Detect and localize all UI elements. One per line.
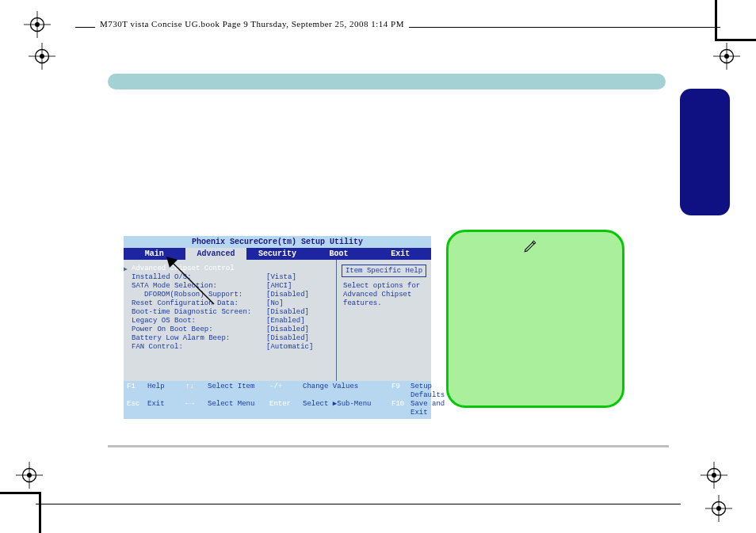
pencil-icon bbox=[523, 239, 537, 253]
bios-tab-advanced[interactable]: Advanced bbox=[185, 248, 247, 260]
submenu-triangle-icon: ▶ bbox=[124, 265, 128, 272]
bios-row-value[interactable]: [No] bbox=[266, 299, 328, 308]
legend-text: Exit bbox=[147, 400, 185, 417]
bios-tab-security[interactable]: Security bbox=[246, 248, 308, 260]
legend-key: F10 bbox=[391, 400, 410, 417]
registration-mark-icon bbox=[16, 462, 43, 489]
bios-help-line: Select options for bbox=[343, 282, 425, 291]
bios-screenshot: Phoenix SecureCore(tm) Setup Utility Mai… bbox=[124, 236, 431, 419]
legend-key: Esc bbox=[127, 400, 147, 417]
legend-text: Help bbox=[147, 383, 185, 400]
bios-row-label[interactable]: SATA Mode Selection: bbox=[132, 282, 217, 291]
legend-key: ←→ bbox=[185, 400, 208, 417]
bios-row-label[interactable]: FAN Control: bbox=[132, 343, 183, 352]
bios-row-value[interactable]: [Disabled] bbox=[266, 308, 328, 317]
bios-tab-bar: Main Advanced Security Boot Exit bbox=[124, 248, 431, 260]
registration-mark-icon bbox=[24, 11, 51, 38]
bios-body: ▶ Advanced Chipset Control Installed O/S… bbox=[124, 260, 431, 381]
bios-help-line: features. bbox=[343, 299, 425, 308]
bios-row-label[interactable]: Boot-time Diagnostic Screen: bbox=[132, 308, 251, 317]
legend-text: Setup Defaults bbox=[410, 383, 445, 400]
registration-mark-icon bbox=[705, 495, 732, 522]
legend-key: F1 bbox=[127, 383, 147, 400]
legend-key: F9 bbox=[391, 383, 410, 400]
divider bbox=[108, 445, 669, 447]
bios-row-value[interactable]: [Enabled] bbox=[266, 317, 328, 326]
crop-mark-icon bbox=[715, 0, 756, 41]
legend-key: -/+ bbox=[269, 383, 303, 400]
bios-help-pane: Item Specific Help Select options for Ad… bbox=[336, 260, 431, 381]
registration-mark-icon bbox=[713, 43, 740, 70]
page-side-tab bbox=[680, 89, 730, 215]
bios-tab-exit[interactable]: Exit bbox=[369, 248, 431, 260]
bios-row-label[interactable]: Reset Configuration Data: bbox=[132, 299, 239, 308]
bios-row-label[interactable]: Installed O/S: bbox=[132, 273, 192, 282]
legend-text: Save and Exit bbox=[410, 400, 445, 417]
legend-text: Select ▶Sub-Menu bbox=[303, 400, 391, 417]
bios-help-title: Item Specific Help bbox=[342, 265, 426, 277]
bios-row-value[interactable]: [Vista] bbox=[266, 273, 328, 282]
bios-title: Phoenix SecureCore(tm) Setup Utility bbox=[124, 236, 431, 248]
bios-tab-main[interactable]: Main bbox=[124, 248, 185, 260]
bios-row-label[interactable]: Power On Boot Beep: bbox=[132, 326, 213, 334]
legend-key: ↑↓ bbox=[185, 383, 208, 400]
section-header-bar bbox=[108, 74, 666, 89]
bios-row-value[interactable]: [Disabled] bbox=[266, 334, 328, 343]
bios-tab-boot[interactable]: Boot bbox=[308, 248, 370, 260]
note-callout bbox=[446, 230, 624, 408]
legend-text: Select Menu bbox=[208, 400, 269, 417]
bios-key-legend: F1 Help ↑↓ Select Item -/+ Change Values… bbox=[124, 381, 431, 419]
bios-settings-list: ▶ Advanced Chipset Control Installed O/S… bbox=[124, 260, 336, 381]
legend-text: Select Item bbox=[208, 383, 269, 400]
bios-row-value[interactable]: [AHCI] bbox=[266, 282, 328, 291]
registration-mark-icon bbox=[29, 43, 55, 70]
bios-section-heading[interactable]: Advanced Chipset Control bbox=[132, 265, 235, 273]
bios-row-value[interactable]: [Disabled] bbox=[266, 291, 328, 299]
footer-rule bbox=[36, 504, 681, 504]
bios-row-label[interactable]: Legacy OS Boot: bbox=[132, 317, 196, 326]
page: M730T vista Concise UG.book Page 9 Thurs… bbox=[0, 0, 756, 533]
registration-mark-icon bbox=[701, 462, 727, 489]
legend-key: Enter bbox=[269, 400, 303, 417]
bios-row-label[interactable]: Battery Low Alarm Beep: bbox=[132, 334, 230, 343]
header-text: M730T vista Concise UG.book Page 9 Thurs… bbox=[95, 19, 409, 29]
bios-row-value[interactable]: [Disabled] bbox=[266, 326, 328, 334]
legend-text: Change Values bbox=[303, 383, 391, 400]
bios-row-value[interactable]: [Automatic] bbox=[266, 343, 328, 352]
crop-mark-icon bbox=[0, 492, 41, 533]
bios-row-label[interactable]: DFOROM(Robson) Support: bbox=[132, 291, 242, 299]
bios-help-line: Advanced Chipset bbox=[343, 291, 425, 299]
